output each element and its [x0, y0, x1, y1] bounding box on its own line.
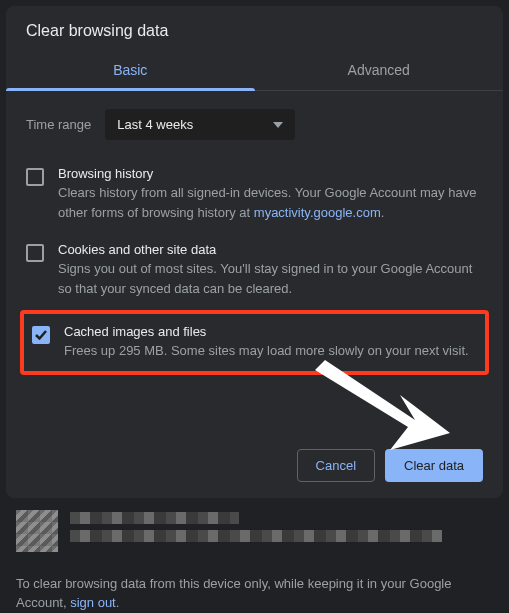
annotation-highlight-box: Cached images and files Frees up 295 MB.… — [20, 310, 489, 375]
checkbox-cookies[interactable] — [26, 244, 44, 262]
sign-out-link[interactable]: sign out — [70, 595, 116, 610]
option-title: Browsing history — [58, 166, 483, 181]
redacted-line — [70, 530, 442, 542]
time-range-row: Time range Last 4 weeks — [6, 91, 503, 150]
option-title: Cookies and other site data — [58, 242, 483, 257]
option-browsing-history: Browsing history Clears history from all… — [18, 156, 491, 232]
clear-data-button[interactable]: Clear data — [385, 449, 483, 482]
tab-basic[interactable]: Basic — [6, 52, 255, 90]
options-list: Browsing history Clears history from all… — [6, 150, 503, 379]
option-cookies: Cookies and other site data Signs you ou… — [18, 232, 491, 308]
cancel-button[interactable]: Cancel — [297, 449, 375, 482]
checkbox-browsing-history[interactable] — [26, 168, 44, 186]
time-range-label: Time range — [26, 117, 91, 132]
myactivity-link[interactable]: myactivity.google.com — [254, 205, 381, 220]
clear-browsing-data-dialog: Clear browsing data Basic Advanced Time … — [6, 6, 503, 498]
option-desc: Clears history from all signed-in device… — [58, 183, 483, 222]
avatar — [16, 510, 58, 552]
check-icon — [35, 330, 47, 340]
tabs: Basic Advanced — [6, 52, 503, 91]
option-title: Cached images and files — [64, 324, 469, 339]
time-range-select[interactable]: Last 4 weeks — [105, 109, 295, 140]
footer-text: To clear browsing data from this device … — [12, 566, 497, 613]
tab-advanced[interactable]: Advanced — [255, 52, 504, 90]
option-cached: Cached images and files Frees up 295 MB.… — [28, 320, 481, 365]
option-desc: Frees up 295 MB. Some sites may load mor… — [64, 341, 469, 361]
checkbox-cached[interactable] — [32, 326, 50, 344]
redacted-line — [70, 512, 239, 524]
chevron-down-icon — [273, 122, 283, 128]
dialog-title: Clear browsing data — [6, 6, 503, 52]
account-footer: To clear browsing data from this device … — [0, 504, 509, 613]
account-info-redacted — [12, 504, 497, 566]
dialog-buttons: Cancel Clear data — [6, 379, 503, 498]
time-range-value: Last 4 weeks — [117, 117, 193, 132]
option-desc: Signs you out of most sites. You'll stay… — [58, 259, 483, 298]
